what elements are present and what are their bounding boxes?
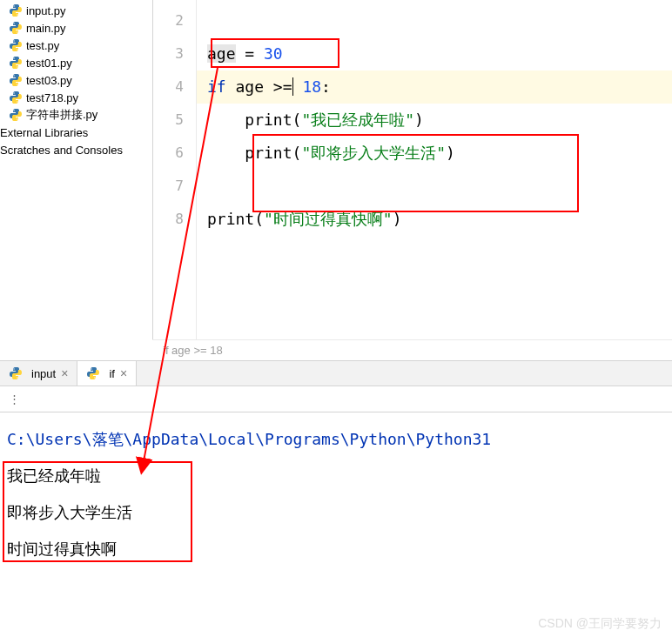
file-label: test03.py [26,74,72,87]
svg-point-5 [17,49,17,50]
code-editor[interactable]: 2 3 4 5 6 7 8 age = 30 if age >= 18: pri… [152,0,672,339]
line-number: 8 [153,203,196,236]
lib-label: Scratches and Consoles [0,144,123,157]
svg-point-17 [95,377,96,378]
file-label: test718.py [26,91,78,104]
output-line: 时间过得真快啊 [7,534,665,564]
python-file-icon [9,38,23,52]
python-file-icon [9,108,23,122]
svg-point-1 [17,14,17,15]
breadcrumb: if age >= 18 [152,339,672,360]
close-icon[interactable]: × [61,366,68,380]
file-label: main.py [26,22,66,35]
code-line: print("即将步入大学生活") [197,137,672,170]
console-toolbar: ⋮ [0,386,672,412]
lib-label: External Libraries [0,126,88,139]
line-number: 5 [153,104,196,137]
svg-point-12 [13,110,14,111]
python-file-icon [9,366,23,380]
line-number: 7 [153,170,196,203]
python-file-icon [9,56,23,70]
close-icon[interactable]: × [120,366,127,380]
python-file-icon [9,21,23,35]
file-tree-item[interactable]: test718.py [0,89,152,106]
line-gutter: 2 3 4 5 6 7 8 [153,0,197,339]
file-label: test.py [26,39,59,52]
svg-point-15 [17,377,17,378]
python-file-icon [86,366,100,380]
tab-label: input [31,367,56,380]
svg-point-3 [17,31,17,32]
file-tree-item[interactable]: main.py [0,19,152,37]
run-tabs-bar: input × if × [0,360,672,386]
svg-point-9 [17,84,17,84]
svg-point-6 [13,57,14,58]
code-line: print("时间过得真快啊") [197,203,672,236]
code-line: age = 30 [197,37,672,70]
output-line: 我已经成年啦 [7,461,665,491]
interpreter-path: C:\Users\落笔\AppData\Local\Programs\Pytho… [7,425,665,454]
scratches-consoles[interactable]: Scratches and Consoles [0,141,152,158]
line-number: 6 [153,137,196,170]
console-output[interactable]: C:\Users\落笔\AppData\Local\Programs\Pytho… [0,412,672,576]
file-label: input.py [26,4,66,17]
output-line: 即将步入大学生活 [7,498,665,527]
code-area[interactable]: age = 30 if age >= 18: print("我已经成年啦") p… [197,0,672,339]
line-number: 3 [153,37,196,70]
more-icon[interactable]: ⋮ [9,392,20,406]
file-tree-item[interactable]: test.py [0,37,152,54]
svg-point-0 [13,5,14,6]
file-tree-item[interactable]: input.py [0,2,152,19]
code-line: print("我已经成年啦") [197,104,672,137]
svg-point-11 [17,101,17,102]
python-file-icon [9,3,23,17]
line-number: 2 [153,4,196,37]
code-line [197,4,672,37]
file-tree-item[interactable]: test03.py [0,71,152,89]
file-tree-item[interactable]: test01.py [0,54,152,71]
svg-point-10 [13,92,14,93]
svg-point-7 [17,66,17,67]
svg-point-13 [17,118,17,119]
project-sidebar: input.py main.py test.py test01.py test0… [0,0,152,339]
tab-label: if [109,367,115,380]
watermark: CSDN @王同学要努力 [538,616,662,632]
code-line-current: if age >= 18: [197,70,672,104]
file-tree-item[interactable]: 字符串拼接.py [0,106,152,124]
run-tab-if[interactable]: if × [77,361,137,386]
python-file-icon [9,91,23,104]
svg-point-4 [13,40,14,41]
svg-point-2 [13,23,14,23]
svg-point-16 [91,368,92,369]
line-number: 4 [153,70,196,104]
code-line [197,170,672,203]
python-file-icon [9,73,23,87]
file-label: 字符串拼接.py [26,107,97,123]
external-libraries[interactable]: External Libraries [0,124,152,141]
run-tab-input[interactable]: input × [0,361,77,386]
svg-point-8 [13,75,14,76]
file-label: test01.py [26,57,72,70]
svg-point-14 [13,368,14,369]
